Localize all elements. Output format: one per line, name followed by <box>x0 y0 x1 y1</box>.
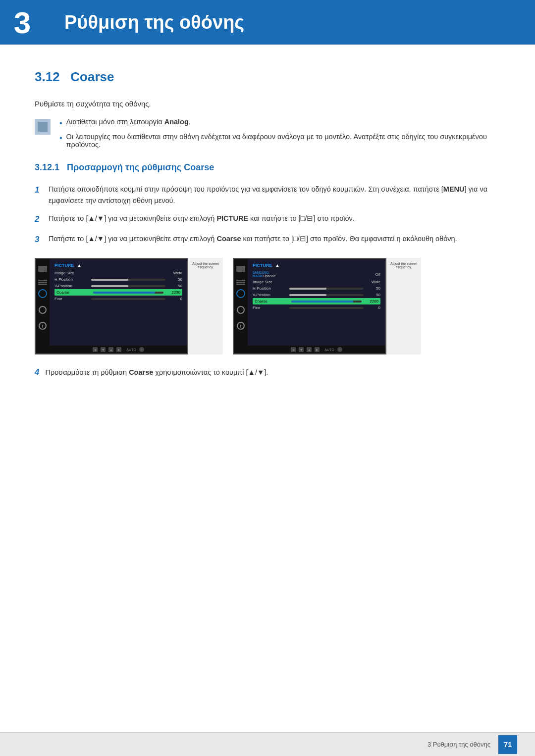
steps-list: 1 Πατήστε οποιοδήποτε κουμπί στην πρόσοψ… <box>35 184 500 246</box>
section-title: Coarse <box>70 69 114 84</box>
osd-left-icons-2: i <box>234 259 248 353</box>
step-1: 1 Πατήστε οποιοδήποτε κουμπί στην πρόσοψ… <box>35 184 500 206</box>
osd-screen-1: i PICTURE ▲ Image Size Wide H-Positi <box>35 258 188 354</box>
osd-row-hposition-2: H-Position 50 <box>253 285 380 292</box>
osd-row-hposition-1: H-Position 50 <box>54 276 182 283</box>
bullet-1: • <box>59 118 62 129</box>
note-line-1: • Διατίθεται μόνο στη λειτουργία Analog. <box>59 118 500 129</box>
step-text-3: Πατήστε το [▲/▼] για να μετακινηθείτε στ… <box>49 233 457 244</box>
osd-row-coarse-2: Coarse 2200 <box>253 298 380 304</box>
step-2: 2 Πατήστε το [▲/▼] για να μετακινηθείτε … <box>35 213 500 226</box>
step-4: 4 Προσαρμόστε τη ρύθμιση Coarse χρησιμοπ… <box>35 367 500 377</box>
osd-row-vposition-2: V-Position 50 <box>253 292 380 298</box>
note-icon-inner <box>38 122 48 132</box>
screenshots: i PICTURE ▲ Image Size Wide H-Positi <box>35 258 500 354</box>
subsection-title: Προσαρμογή της ρύθμισης Coarse <box>67 162 214 172</box>
step-3: 3 Πατήστε το [▲/▼] για να μετακινηθείτε … <box>35 233 500 246</box>
intro-text: Ρυθμίστε τη συχνότητα της οθόνης. <box>35 100 500 108</box>
section-number: 3.12 <box>35 69 60 84</box>
osd-wrapper-2: i PICTURE ▲ SAMSUNGMAGICUpscale Off <box>233 258 421 354</box>
osd-wrapper-1: i PICTURE ▲ Image Size Wide H-Positi <box>35 258 223 354</box>
osd-row-magic-2: SAMSUNGMAGICUpscale Off <box>253 270 380 279</box>
note-lines: • Διατίθεται μόνο στη λειτουργία Analog.… <box>59 118 500 149</box>
osd-icon-info-2: i <box>237 322 245 330</box>
step-number-1: 1 <box>35 184 49 197</box>
step-text-1: Πατήστε οποιοδήποτε κουμπί στην πρόσοψη … <box>49 184 500 206</box>
osd-tooltip-1: Adjust the screen frequency. <box>188 258 223 354</box>
chapter-title: Ρύθμιση της οθόνης <box>45 12 244 33</box>
osd-row-fine-1: Fine 0 <box>54 296 182 302</box>
section-heading: 3.12 Coarse <box>35 69 500 85</box>
footer-text: 3 Ρύθμιση της οθόνης <box>428 741 490 748</box>
osd-title-2: PICTURE ▲ <box>253 263 380 268</box>
note-text-1: Διατίθεται μόνο στη λειτουργία Analog. <box>66 118 191 126</box>
osd-icon-info-1: i <box>39 322 47 330</box>
step-number-3: 3 <box>35 233 49 246</box>
osd-title-1: PICTURE ▲ <box>54 263 182 268</box>
osd-icon-gear-2 <box>237 306 245 314</box>
osd-icon-active-1 <box>38 289 47 298</box>
note-box: • Διατίθεται μόνο στη λειτουργία Analog.… <box>35 118 500 149</box>
osd-row-image-size-1: Image Size Wide <box>54 270 182 276</box>
osd-row-fine-2: Fine 0 <box>253 304 380 311</box>
bullet-2: • <box>59 133 62 144</box>
step-number-2: 2 <box>35 213 49 226</box>
osd-row-image-size-2: Image Size Wide <box>253 279 380 285</box>
osd-icon-monitor-1 <box>38 266 47 272</box>
note-icon <box>35 119 51 135</box>
osd-row-vposition-1: V-Position 50 <box>54 283 182 289</box>
main-content: 3.12 Coarse Ρυθμίστε τη συχνότητα της οθ… <box>0 45 535 417</box>
step-number-4: 4 <box>35 367 39 377</box>
footer: 3 Ρύθμιση της οθόνης 71 <box>0 732 535 756</box>
step-text-4: Προσαρμόστε τη ρύθμιση Coarse χρησιμοποι… <box>46 368 268 376</box>
footer-page: 71 <box>498 735 517 754</box>
note-line-2: • Οι λειτουργίες που διατίθενται στην οθ… <box>59 133 500 149</box>
osd-icon-lines-2 <box>236 280 245 281</box>
subsection-heading: 3.12.1 Προσαρμογή της ρύθμισης Coarse <box>35 162 500 173</box>
osd-bottom-1: ◄ ▼ ▲ ► AUTO ○ <box>50 346 187 353</box>
osd-row-coarse-1: Coarse 2200 <box>54 289 182 296</box>
osd-screen-2: i PICTURE ▲ SAMSUNGMAGICUpscale Off <box>233 258 386 354</box>
subsection-number: 3.12.1 <box>35 162 59 172</box>
step-text-2: Πατήστε το [▲/▼] για να μετακινηθείτε στ… <box>49 213 355 224</box>
osd-bottom-2: ◄ ▼ ▲ ► AUTO ○ <box>248 346 385 353</box>
osd-icon-monitor-2 <box>236 266 245 272</box>
osd-main-1: PICTURE ▲ Image Size Wide H-Position <box>50 259 187 353</box>
chapter-number: 3 <box>0 0 45 45</box>
osd-main-2: PICTURE ▲ SAMSUNGMAGICUpscale Off Image … <box>248 259 385 353</box>
note-text-2: Οι λειτουργίες που διατίθενται στην οθόν… <box>66 133 500 149</box>
osd-icon-gear-1 <box>39 306 47 314</box>
osd-left-icons-1: i <box>36 259 50 353</box>
osd-icon-lines-1 <box>38 280 47 281</box>
osd-icon-active-2 <box>236 289 245 298</box>
header-banner: 3 Ρύθμιση της οθόνης <box>0 0 535 45</box>
osd-tooltip-2: Adjust the screen frequency. <box>386 258 421 354</box>
